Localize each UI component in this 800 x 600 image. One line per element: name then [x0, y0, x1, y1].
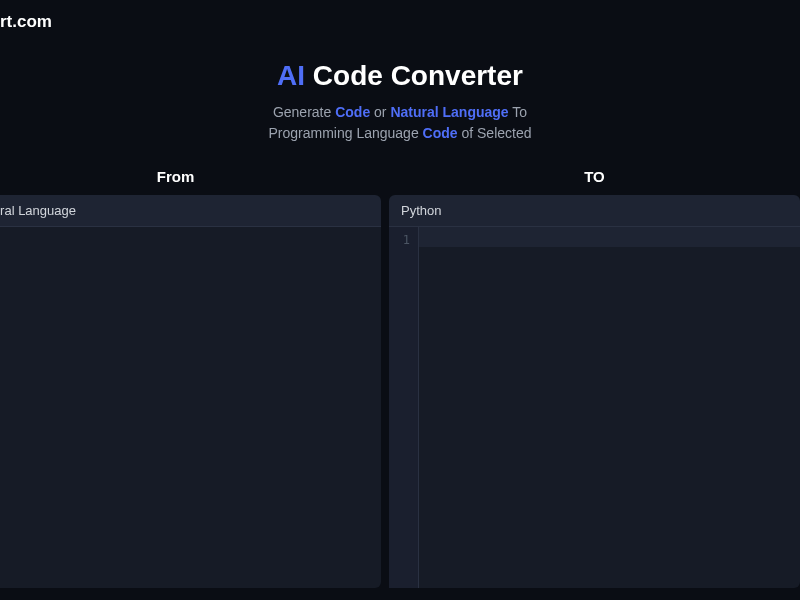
subtitle-accent-code: Code [335, 104, 370, 120]
page-title: AI Code Converter [0, 60, 800, 92]
to-panel: TO Python 1 [389, 168, 800, 588]
title-ai: AI [277, 60, 305, 91]
from-editor[interactable] [0, 227, 381, 588]
to-editor-gutter: 1 [389, 227, 419, 588]
header: AI Code Converter Generate Code or Natur… [0, 0, 800, 168]
to-editor[interactable]: 1 [389, 227, 800, 588]
subtitle-accent-code2: Code [423, 125, 458, 141]
subtitle-text: Programming Language [268, 125, 422, 141]
panels-container: From atural Language TO Python 1 [0, 168, 800, 588]
to-editor-body[interactable] [419, 227, 800, 588]
line-number: 1 [397, 233, 410, 247]
subtitle-accent-nl: Natural Language [390, 104, 508, 120]
subtitle: Generate Code or Natural Language To Pro… [0, 102, 800, 144]
from-panel: From atural Language [0, 168, 381, 588]
from-language-selector[interactable]: atural Language [0, 195, 381, 227]
to-language-selector[interactable]: Python [389, 195, 800, 227]
subtitle-text: Generate [273, 104, 335, 120]
subtitle-text: of Selected [458, 125, 532, 141]
subtitle-text: or [370, 104, 390, 120]
from-label: From [0, 168, 381, 185]
subtitle-text: To [509, 104, 527, 120]
to-label: TO [389, 168, 800, 185]
site-link[interactable]: rt.com [0, 12, 52, 32]
line-highlight [419, 227, 800, 247]
title-rest-text: Code Converter [313, 60, 523, 91]
from-editor-body[interactable] [0, 227, 381, 588]
